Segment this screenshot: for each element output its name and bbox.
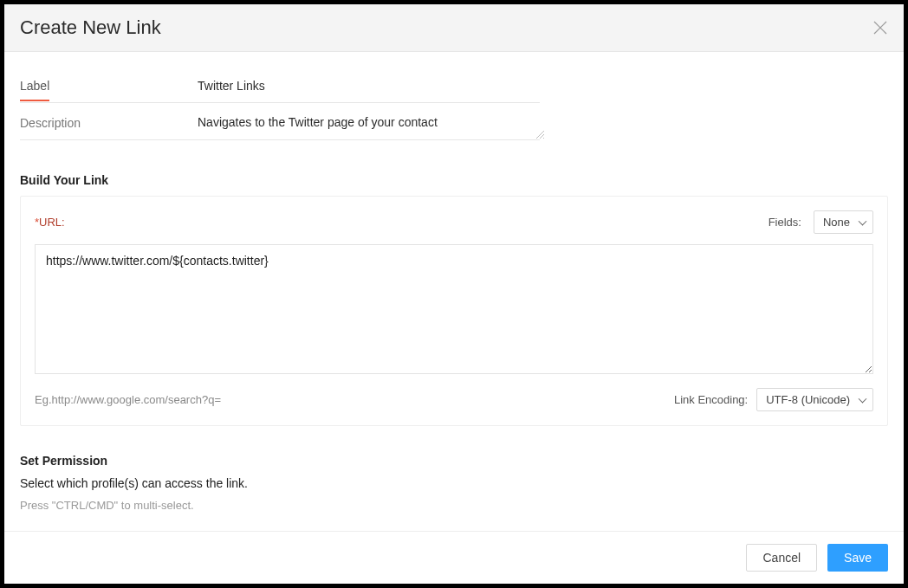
permission-hint: Press "CTRL/CMD" to multi-select. [20, 499, 888, 512]
save-button[interactable]: Save [827, 544, 888, 572]
fields-select[interactable]: None [814, 210, 873, 234]
fields-group: Fields: None [769, 210, 873, 234]
description-row: Description [20, 103, 540, 140]
dialog-title: Create New Link [20, 16, 161, 39]
cancel-button[interactable]: Cancel [746, 544, 817, 572]
fields-select-value: None [823, 216, 850, 229]
encoding-select-value: UTF-8 (Unicode) [766, 393, 850, 406]
label-row: Label [20, 69, 540, 103]
dialog-header: Create New Link [4, 4, 904, 52]
url-textarea[interactable] [35, 244, 873, 374]
label-input[interactable] [198, 79, 540, 93]
description-field-label: Description [20, 116, 81, 137]
resize-handle-icon [535, 130, 545, 139]
encoding-group: Link Encoding: UTF-8 (Unicode) [674, 388, 873, 411]
label-field-label: Label [20, 79, 49, 101]
url-label-text: URL: [39, 216, 65, 229]
encoding-label: Link Encoding: [674, 393, 748, 406]
set-permission-heading: Set Permission [20, 454, 888, 468]
dialog-body: Label Description Build Your Link *URL: … [4, 52, 904, 531]
encoding-select[interactable]: UTF-8 (Unicode) [756, 388, 873, 411]
panel-bottom-row: Eg.http://www.google.com/search?q= Link … [35, 388, 873, 411]
build-link-panel: *URL: Fields: None Eg.http://www.google.… [20, 196, 888, 426]
panel-top-row: *URL: Fields: None [35, 210, 873, 234]
description-input[interactable] [198, 115, 540, 129]
fields-label: Fields: [769, 216, 801, 229]
url-example-hint: Eg.http://www.google.com/search?q= [35, 393, 221, 406]
close-icon[interactable] [872, 20, 888, 36]
dialog-footer: Cancel Save [4, 531, 904, 584]
create-new-link-dialog: Create New Link Label Description Build … [4, 4, 904, 584]
build-link-heading: Build Your Link [20, 173, 888, 187]
permission-description: Select which profile(s) can access the l… [20, 476, 888, 490]
url-label: *URL: [35, 216, 65, 229]
